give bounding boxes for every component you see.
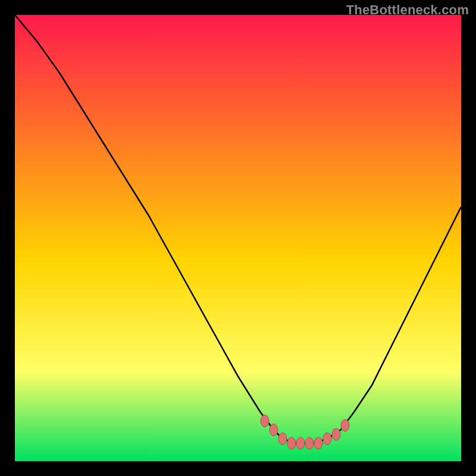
highlight-marker	[332, 428, 340, 440]
highlight-marker	[323, 433, 331, 445]
watermark-text: TheBottleneck.com	[346, 2, 469, 18]
highlight-marker	[270, 424, 278, 436]
bottleneck-chart	[15, 15, 461, 461]
highlight-marker	[341, 419, 349, 431]
highlight-marker	[314, 437, 322, 449]
highlight-marker	[305, 437, 314, 449]
chart-stage: TheBottleneck.com	[0, 0, 476, 476]
highlight-marker	[287, 437, 296, 449]
gradient-background	[15, 15, 461, 461]
plot-area	[15, 15, 461, 461]
highlight-marker	[296, 437, 305, 449]
highlight-marker	[278, 433, 287, 445]
highlight-marker	[261, 415, 269, 427]
